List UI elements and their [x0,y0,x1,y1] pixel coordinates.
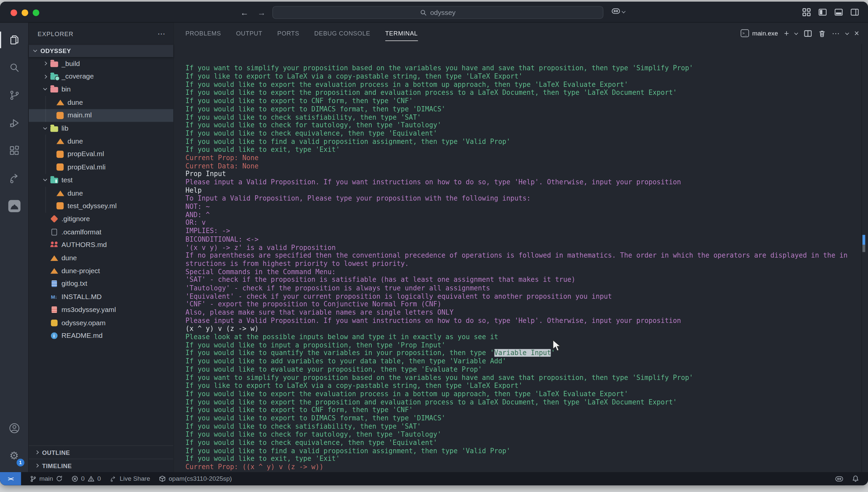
customize-layout-icon[interactable] [802,8,811,17]
tree-folder-lib[interactable]: lib [29,122,173,135]
tree-file-test_odyssey.ml[interactable]: test_odyssey.ml [29,200,173,213]
activity-accounts[interactable] [0,414,28,442]
hide-panel-chevron-icon[interactable] [845,31,849,34]
split-terminal-icon[interactable] [804,29,812,38]
plain-file-icon [50,229,58,236]
problems-status[interactable]: 0 0 [71,475,101,482]
terminal-line: NOT: ~ [186,203,860,211]
activity-source-control[interactable] [0,81,28,109]
tree-file-.ocamlformat[interactable]: .ocamlformat [29,225,173,238]
opam-status[interactable]: opam(cs3110-2025sp) [159,475,232,482]
file-label: gitlog.txt [61,280,87,288]
explorer-title: EXPLORER [38,30,74,37]
activity-search[interactable] [0,54,28,81]
scrollbar-marker-blue[interactable] [862,235,865,245]
terminal-line: If you would like to exit, type 'Exit' [186,146,860,154]
file-label: bin [61,85,71,93]
panel-tab-terminal[interactable]: TERMINAL [385,23,418,44]
tree-folder-_build[interactable]: _build [29,57,173,70]
terminal-line: AND: ^ [186,211,860,219]
back-arrow[interactable] [240,8,248,17]
activity-ocaml[interactable] [0,192,28,220]
chevron-down-icon[interactable] [41,128,50,129]
kill-terminal-trash-icon[interactable] [818,29,825,38]
tree-folder-_coverage[interactable]: _coverage [29,70,173,83]
tree-file-propEval.mli[interactable]: propEval.mli [29,161,173,174]
panel-tab-output[interactable]: OUTPUT [236,23,262,44]
tree-file-.gitignore[interactable]: .gitignore [29,213,173,225]
live-share-icon [110,475,117,483]
terminal-line: If you want to simplify your proposition… [186,374,860,382]
activity-settings[interactable]: 1 [0,442,28,470]
terminal-dropdown-icon[interactable] [794,31,798,34]
terminal-line: 'Tautology' - check if the proposition i… [186,284,860,292]
tree-file-propEval.ml[interactable]: propEval.ml [29,148,173,161]
git-branch-status[interactable]: main [30,475,62,483]
activity-explorer[interactable] [0,26,28,54]
chevron-right-icon[interactable] [41,62,50,65]
panel-more-actions-icon[interactable] [832,28,840,38]
tree-file-dune-project[interactable]: dune-project [29,264,173,277]
selected-text: Variable Input [494,349,551,357]
file-label: INSTALL.MD [61,293,101,300]
tree-file-gitlog.txt[interactable]: gitlog.txt [29,277,173,290]
terminal[interactable]: If you want to simplify your proposition… [174,44,868,472]
toggle-secondary-sidebar-icon[interactable] [850,8,859,17]
tree-file-dune[interactable]: dune [29,187,173,200]
tree-file-dune[interactable]: dune [29,96,173,109]
tree-file-main.ml[interactable]: main.ml [29,109,173,122]
zoom-window-button[interactable] [33,9,40,16]
explorer-root-folder[interactable]: ODYSSEY [29,45,173,57]
chevron-down-icon[interactable] [41,89,50,90]
minimize-window-button[interactable] [22,9,28,16]
close-panel-icon[interactable] [854,28,859,38]
run-debug-icon [8,117,20,129]
chevron-right-icon[interactable] [41,75,50,78]
panel-tab-problems[interactable]: PROBLEMS [186,23,221,44]
panel-tab-debug-console[interactable]: DEBUG CONSOLE [314,23,370,44]
terminal-line: structions is from highest priority to l… [186,260,860,268]
terminal-line: If you would like to find a valid propos… [186,138,860,146]
terminal-instance[interactable]: main.exe [740,29,778,37]
scrollbar-marker-grey[interactable] [862,245,865,252]
copilot-menu[interactable] [611,7,625,15]
tree-file-AUTHORS.md[interactable]: AUTHORS.md [29,238,173,251]
activity-live-share[interactable] [0,165,28,192]
copilot-icon[interactable] [835,475,844,483]
command-center-search[interactable]: odyssey [272,6,603,19]
live-share-status[interactable]: Live Share [110,475,150,483]
window-controls [10,9,40,16]
tree-file-dune[interactable]: dune [29,251,173,264]
toggle-panel-icon[interactable] [834,8,843,17]
tree-file-odyssey.opam[interactable]: odyssey.opam [29,316,173,329]
panel-tab-ports[interactable]: PORTS [277,23,299,44]
bell-icon[interactable] [852,475,859,483]
forward-arrow[interactable] [257,8,266,17]
chevron-down-icon [622,9,626,13]
close-window-button[interactable] [10,9,17,16]
file-label: _coverage [61,73,94,80]
terminal-line: If you would like to export the evaluati… [186,81,860,89]
tree-file-dune[interactable]: dune [29,135,173,148]
chevron-down-icon[interactable] [41,180,50,181]
dune-icon [56,190,64,196]
tree-folder-bin[interactable]: bin [29,83,173,96]
terminal-line: 'SAT' - check if the proposition is sati… [186,276,860,285]
toggle-primary-sidebar-icon[interactable] [818,8,827,17]
remote-indicator[interactable] [0,472,21,485]
activity-extensions[interactable] [0,137,28,165]
terminal-line: To Input a Valid Proposition, Please typ… [186,195,860,203]
new-terminal-button[interactable] [784,28,789,38]
tree-folder-test[interactable]: test [29,174,173,187]
tree-file-README.md[interactable]: README.md [29,329,173,342]
file-label: odyssey.opam [61,319,105,326]
sidebar-section-timeline[interactable]: TIMELINE [29,459,173,472]
tree-file-INSTALL.MD[interactable]: INSTALL.MD [29,290,173,303]
terminal-line: IMPLIES: -> [186,227,860,236]
activity-run-debug[interactable] [0,109,28,137]
files-icon [8,34,20,46]
tree-file-ms3odyssey.yaml[interactable]: ms3odyssey.yaml [29,303,173,316]
sidebar-section-outline[interactable]: OUTLINE [29,445,173,459]
file-label: AUTHORS.md [61,241,107,249]
explorer-more-actions-icon[interactable] [157,29,165,39]
